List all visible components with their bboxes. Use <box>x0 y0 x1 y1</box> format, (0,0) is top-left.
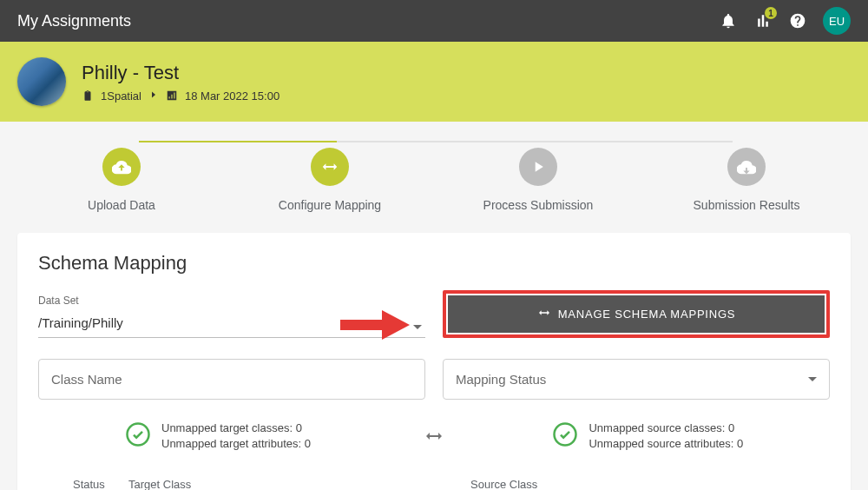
cloud-download-icon <box>727 148 766 186</box>
topbar: My Assignments 1 EU <box>0 0 868 42</box>
unmapped-target-classes: Unmapped target classes: 0 <box>161 420 311 436</box>
step-process-submission[interactable]: Process Submission <box>451 148 625 212</box>
target-header: Target Class <box>128 478 436 490</box>
step-upload-data[interactable]: Upload Data <box>35 148 208 212</box>
manage-schema-mappings-button[interactable]: MANAGE SCHEMA MAPPINGS <box>448 295 825 333</box>
stats-row: Unmapped target classes: 0 Unmapped targ… <box>38 420 830 452</box>
check-circle-icon <box>125 421 151 451</box>
step-label: Configure Mapping <box>279 198 381 212</box>
class-name-input[interactable]: Class Name <box>38 359 425 400</box>
data-set-label: Data Set <box>38 295 425 307</box>
avatar[interactable]: EU <box>823 7 851 35</box>
unmapped-source-classes: Unmapped source classes: 0 <box>589 420 743 436</box>
mapping-status-placeholder: Mapping Status <box>456 372 546 387</box>
unmapped-source-attrs: Unmapped source attributes: 0 <box>589 436 743 452</box>
breadcrumb: 1Spatial 18 Mar 2022 15:00 <box>82 89 279 103</box>
swap-icon <box>537 306 551 322</box>
step-label: Process Submission <box>483 198 594 212</box>
project-title: Philly - Test <box>82 62 279 84</box>
chevron-right-icon <box>148 89 159 103</box>
step-configure-mapping[interactable]: Configure Mapping <box>243 148 417 212</box>
svg-rect-0 <box>340 320 382 330</box>
chart-small-icon <box>166 89 178 102</box>
project-datetime: 18 Mar 2022 15:00 <box>185 89 279 103</box>
card-heading: Schema Mapping <box>38 252 830 275</box>
bar-chart-icon[interactable]: 1 <box>753 11 773 30</box>
dropdown-caret-icon <box>413 325 422 329</box>
bell-icon[interactable] <box>719 11 738 30</box>
project-image <box>17 57 66 106</box>
data-set-field[interactable]: Data Set <box>38 295 425 338</box>
stepper: Upload Data Configure Mapping Process Su… <box>0 122 868 222</box>
clipboard-icon <box>82 89 94 102</box>
swap-horiz-small-icon <box>424 426 444 447</box>
play-icon <box>519 148 557 186</box>
callout-arrow-icon <box>340 310 410 340</box>
step-submission-results[interactable]: Submission Results <box>660 148 833 212</box>
svg-point-1 <box>128 424 149 446</box>
schema-mapping-card: Schema Mapping Data Set MANAGE SCHEMA MA… <box>17 233 851 490</box>
dropdown-caret-icon <box>808 377 817 381</box>
manage-button-label: MANAGE SCHEMA MAPPINGS <box>558 308 736 321</box>
cloud-upload-icon <box>102 148 141 186</box>
svg-point-2 <box>555 424 576 446</box>
help-icon[interactable] <box>788 11 807 30</box>
org-name: 1Spatial <box>101 89 141 103</box>
check-circle-icon <box>552 421 578 451</box>
table-header: Status Target Class Source Class <box>38 469 830 490</box>
callout-highlight: MANAGE SCHEMA MAPPINGS <box>443 290 830 338</box>
step-label: Submission Results <box>694 198 800 212</box>
chart-badge: 1 <box>765 7 777 19</box>
hero-banner: Philly - Test 1Spatial 18 Mar 2022 15:00 <box>0 42 868 122</box>
unmapped-target-attrs: Unmapped target attributes: 0 <box>161 436 311 452</box>
swap-horiz-icon <box>311 148 349 186</box>
page-title: My Assignments <box>17 12 131 30</box>
class-name-placeholder: Class Name <box>51 372 122 387</box>
mapping-status-select[interactable]: Mapping Status <box>443 359 830 400</box>
status-header: Status <box>73 478 128 490</box>
source-header: Source Class <box>470 478 778 490</box>
step-label: Upload Data <box>88 198 155 212</box>
